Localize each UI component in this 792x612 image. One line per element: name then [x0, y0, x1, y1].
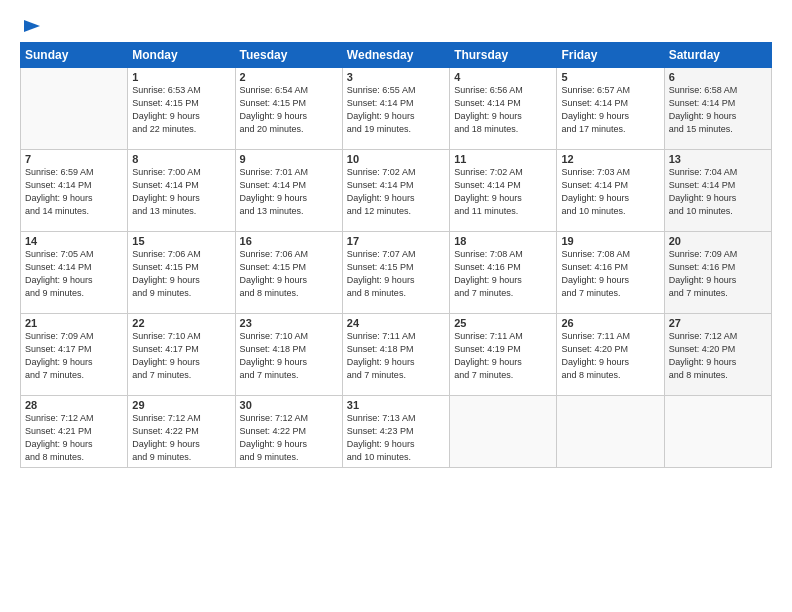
day-info: Sunrise: 7:03 AM Sunset: 4:14 PM Dayligh…	[561, 166, 659, 218]
day-number: 31	[347, 399, 445, 411]
header-sunday: Sunday	[21, 43, 128, 68]
day-number: 4	[454, 71, 552, 83]
calendar-cell: 26Sunrise: 7:11 AM Sunset: 4:20 PM Dayli…	[557, 314, 664, 396]
calendar-cell: 11Sunrise: 7:02 AM Sunset: 4:14 PM Dayli…	[450, 150, 557, 232]
day-info: Sunrise: 7:10 AM Sunset: 4:18 PM Dayligh…	[240, 330, 338, 382]
day-number: 25	[454, 317, 552, 329]
day-number: 3	[347, 71, 445, 83]
header-friday: Friday	[557, 43, 664, 68]
calendar-week-row: 21Sunrise: 7:09 AM Sunset: 4:17 PM Dayli…	[21, 314, 772, 396]
calendar-cell: 16Sunrise: 7:06 AM Sunset: 4:15 PM Dayli…	[235, 232, 342, 314]
day-number: 28	[25, 399, 123, 411]
calendar-cell: 5Sunrise: 6:57 AM Sunset: 4:14 PM Daylig…	[557, 68, 664, 150]
day-number: 5	[561, 71, 659, 83]
calendar-cell: 8Sunrise: 7:00 AM Sunset: 4:14 PM Daylig…	[128, 150, 235, 232]
logo	[20, 16, 42, 36]
calendar-cell	[557, 396, 664, 468]
calendar-week-row: 7Sunrise: 6:59 AM Sunset: 4:14 PM Daylig…	[21, 150, 772, 232]
calendar-cell: 3Sunrise: 6:55 AM Sunset: 4:14 PM Daylig…	[342, 68, 449, 150]
day-number: 30	[240, 399, 338, 411]
calendar-cell: 21Sunrise: 7:09 AM Sunset: 4:17 PM Dayli…	[21, 314, 128, 396]
calendar-cell: 4Sunrise: 6:56 AM Sunset: 4:14 PM Daylig…	[450, 68, 557, 150]
day-number: 6	[669, 71, 767, 83]
day-info: Sunrise: 7:06 AM Sunset: 4:15 PM Dayligh…	[132, 248, 230, 300]
calendar-cell: 18Sunrise: 7:08 AM Sunset: 4:16 PM Dayli…	[450, 232, 557, 314]
calendar-cell: 2Sunrise: 6:54 AM Sunset: 4:15 PM Daylig…	[235, 68, 342, 150]
day-number: 19	[561, 235, 659, 247]
day-info: Sunrise: 7:02 AM Sunset: 4:14 PM Dayligh…	[347, 166, 445, 218]
calendar-cell: 14Sunrise: 7:05 AM Sunset: 4:14 PM Dayli…	[21, 232, 128, 314]
day-info: Sunrise: 7:04 AM Sunset: 4:14 PM Dayligh…	[669, 166, 767, 218]
day-number: 27	[669, 317, 767, 329]
day-number: 29	[132, 399, 230, 411]
calendar-cell: 15Sunrise: 7:06 AM Sunset: 4:15 PM Dayli…	[128, 232, 235, 314]
day-info: Sunrise: 7:00 AM Sunset: 4:14 PM Dayligh…	[132, 166, 230, 218]
calendar-cell: 12Sunrise: 7:03 AM Sunset: 4:14 PM Dayli…	[557, 150, 664, 232]
day-info: Sunrise: 7:05 AM Sunset: 4:14 PM Dayligh…	[25, 248, 123, 300]
day-info: Sunrise: 6:56 AM Sunset: 4:14 PM Dayligh…	[454, 84, 552, 136]
day-info: Sunrise: 7:09 AM Sunset: 4:16 PM Dayligh…	[669, 248, 767, 300]
page: Sunday Monday Tuesday Wednesday Thursday…	[0, 0, 792, 612]
header-thursday: Thursday	[450, 43, 557, 68]
header	[20, 16, 772, 36]
calendar-cell: 24Sunrise: 7:11 AM Sunset: 4:18 PM Dayli…	[342, 314, 449, 396]
day-number: 2	[240, 71, 338, 83]
logo-flag-icon	[22, 18, 42, 36]
calendar-cell: 17Sunrise: 7:07 AM Sunset: 4:15 PM Dayli…	[342, 232, 449, 314]
calendar-cell: 22Sunrise: 7:10 AM Sunset: 4:17 PM Dayli…	[128, 314, 235, 396]
day-info: Sunrise: 6:58 AM Sunset: 4:14 PM Dayligh…	[669, 84, 767, 136]
calendar-cell: 19Sunrise: 7:08 AM Sunset: 4:16 PM Dayli…	[557, 232, 664, 314]
header-tuesday: Tuesday	[235, 43, 342, 68]
calendar-cell: 9Sunrise: 7:01 AM Sunset: 4:14 PM Daylig…	[235, 150, 342, 232]
calendar-week-row: 28Sunrise: 7:12 AM Sunset: 4:21 PM Dayli…	[21, 396, 772, 468]
day-info: Sunrise: 7:06 AM Sunset: 4:15 PM Dayligh…	[240, 248, 338, 300]
day-number: 14	[25, 235, 123, 247]
day-info: Sunrise: 7:12 AM Sunset: 4:20 PM Dayligh…	[669, 330, 767, 382]
day-number: 16	[240, 235, 338, 247]
day-number: 9	[240, 153, 338, 165]
day-number: 20	[669, 235, 767, 247]
day-info: Sunrise: 7:01 AM Sunset: 4:14 PM Dayligh…	[240, 166, 338, 218]
day-info: Sunrise: 7:08 AM Sunset: 4:16 PM Dayligh…	[561, 248, 659, 300]
day-info: Sunrise: 7:12 AM Sunset: 4:22 PM Dayligh…	[132, 412, 230, 464]
calendar-cell: 31Sunrise: 7:13 AM Sunset: 4:23 PM Dayli…	[342, 396, 449, 468]
day-number: 10	[347, 153, 445, 165]
day-info: Sunrise: 7:11 AM Sunset: 4:18 PM Dayligh…	[347, 330, 445, 382]
calendar-cell	[664, 396, 771, 468]
day-info: Sunrise: 7:12 AM Sunset: 4:21 PM Dayligh…	[25, 412, 123, 464]
calendar-cell: 1Sunrise: 6:53 AM Sunset: 4:15 PM Daylig…	[128, 68, 235, 150]
day-number: 1	[132, 71, 230, 83]
day-info: Sunrise: 7:02 AM Sunset: 4:14 PM Dayligh…	[454, 166, 552, 218]
day-number: 26	[561, 317, 659, 329]
calendar-table: Sunday Monday Tuesday Wednesday Thursday…	[20, 42, 772, 468]
day-number: 22	[132, 317, 230, 329]
day-info: Sunrise: 7:11 AM Sunset: 4:19 PM Dayligh…	[454, 330, 552, 382]
day-info: Sunrise: 6:55 AM Sunset: 4:14 PM Dayligh…	[347, 84, 445, 136]
day-number: 17	[347, 235, 445, 247]
day-info: Sunrise: 6:57 AM Sunset: 4:14 PM Dayligh…	[561, 84, 659, 136]
calendar-cell: 6Sunrise: 6:58 AM Sunset: 4:14 PM Daylig…	[664, 68, 771, 150]
calendar-cell: 13Sunrise: 7:04 AM Sunset: 4:14 PM Dayli…	[664, 150, 771, 232]
day-info: Sunrise: 7:12 AM Sunset: 4:22 PM Dayligh…	[240, 412, 338, 464]
calendar-cell	[21, 68, 128, 150]
day-info: Sunrise: 7:11 AM Sunset: 4:20 PM Dayligh…	[561, 330, 659, 382]
calendar-cell: 27Sunrise: 7:12 AM Sunset: 4:20 PM Dayli…	[664, 314, 771, 396]
day-number: 13	[669, 153, 767, 165]
calendar-cell: 29Sunrise: 7:12 AM Sunset: 4:22 PM Dayli…	[128, 396, 235, 468]
day-info: Sunrise: 6:59 AM Sunset: 4:14 PM Dayligh…	[25, 166, 123, 218]
day-info: Sunrise: 7:13 AM Sunset: 4:23 PM Dayligh…	[347, 412, 445, 464]
day-info: Sunrise: 6:54 AM Sunset: 4:15 PM Dayligh…	[240, 84, 338, 136]
svg-marker-0	[24, 20, 40, 32]
day-number: 18	[454, 235, 552, 247]
calendar-cell: 28Sunrise: 7:12 AM Sunset: 4:21 PM Dayli…	[21, 396, 128, 468]
day-number: 23	[240, 317, 338, 329]
calendar-cell: 25Sunrise: 7:11 AM Sunset: 4:19 PM Dayli…	[450, 314, 557, 396]
day-number: 8	[132, 153, 230, 165]
weekday-header-row: Sunday Monday Tuesday Wednesday Thursday…	[21, 43, 772, 68]
day-number: 11	[454, 153, 552, 165]
day-number: 15	[132, 235, 230, 247]
calendar-cell: 7Sunrise: 6:59 AM Sunset: 4:14 PM Daylig…	[21, 150, 128, 232]
calendar-cell	[450, 396, 557, 468]
day-info: Sunrise: 7:07 AM Sunset: 4:15 PM Dayligh…	[347, 248, 445, 300]
day-info: Sunrise: 6:53 AM Sunset: 4:15 PM Dayligh…	[132, 84, 230, 136]
